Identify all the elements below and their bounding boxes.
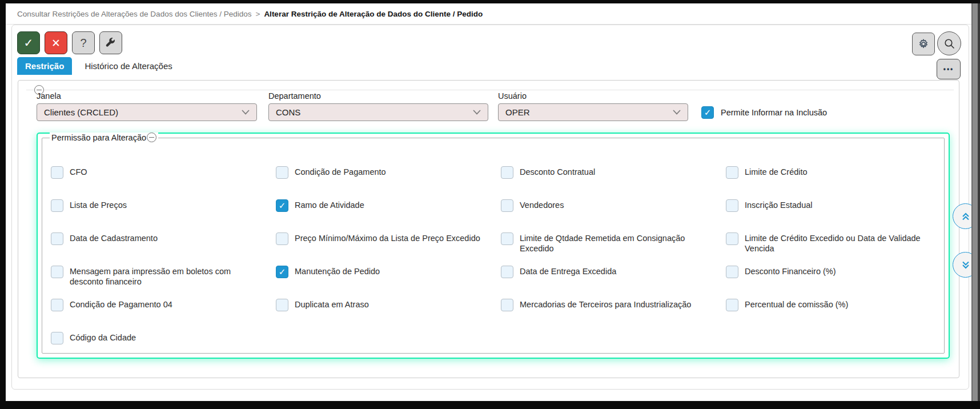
collapse-permissao-icon[interactable] (147, 133, 156, 142)
tab-historico-alteracoes[interactable]: Histórico de Alterações (77, 61, 180, 71)
search-button[interactable] (937, 31, 961, 55)
janela-value: Clientes (CRCLED) (44, 107, 118, 117)
departamento-value: CONS (276, 107, 300, 117)
permission-checkbox[interactable] (276, 166, 288, 179)
confirm-button[interactable]: ✓ (17, 31, 40, 54)
close-icon: ✕ (51, 37, 61, 50)
permission-checkbox[interactable] (501, 232, 513, 245)
janela-label: Janela (37, 91, 61, 101)
permission-label: Mercadorias de Terceiros para Industrial… (520, 299, 691, 310)
permission-checkbox[interactable] (726, 266, 738, 278)
permite-informar-checkbox[interactable]: ✓ (701, 106, 714, 119)
permission-label: Data de Entrega Excedida (520, 266, 616, 277)
permission-item: Condição de Pagamento (276, 166, 494, 199)
usuario-value: OPER (505, 107, 530, 117)
search-icon (943, 38, 955, 50)
section-divider (26, 90, 954, 90)
permission-label: Manutenção de Pedido (295, 266, 380, 277)
ellipsis-icon: ••• (943, 65, 954, 73)
check-icon: ✓ (24, 36, 34, 50)
permission-item: Limite de Qtdade Remetida em Consignação… (501, 232, 719, 266)
tools-button[interactable] (99, 31, 122, 54)
permission-label: Lista de Preços (70, 199, 127, 211)
permission-item: Mercadorias de Terceiros para Industrial… (501, 299, 719, 332)
permission-checkbox[interactable] (51, 199, 63, 212)
gear-icon (918, 38, 929, 50)
usuario-label: Usuário (498, 91, 527, 101)
permission-item: Código da Cidade (51, 332, 269, 365)
permission-checkbox[interactable] (51, 166, 63, 179)
permission-label: Condição de Pagamento (295, 166, 386, 178)
breadcrumb-separator: > (255, 10, 260, 18)
permission-label: Condição de Pagamento 04 (70, 299, 172, 310)
chevron-down-icon (242, 110, 250, 115)
tab-restricao[interactable]: Restrição (17, 57, 72, 75)
permission-checkbox[interactable]: ✓ (276, 266, 288, 278)
permission-label: Percentual de comissão (%) (745, 299, 848, 310)
question-icon: ? (80, 37, 86, 50)
permission-label: Limite de Crédito (745, 166, 808, 178)
permission-checkbox[interactable] (51, 299, 63, 311)
permission-item: Data de Cadastramento (51, 232, 269, 266)
chevron-down-icon (473, 110, 481, 115)
permission-label: Ramo de Atividade (295, 199, 364, 211)
departamento-select[interactable]: CONS (268, 103, 488, 121)
more-options-button[interactable]: ••• (937, 59, 961, 79)
permission-checkbox[interactable] (501, 299, 513, 311)
permissao-legend-text: Permissão para Alteração (51, 133, 146, 142)
permission-label: Limite de Crédito Excedido ou Data de Va… (745, 232, 921, 254)
permission-item: Percentual de comissão (%) (726, 299, 944, 332)
permission-checkbox[interactable] (501, 166, 513, 179)
permission-item: ✓Ramo de Atividade (276, 199, 494, 232)
permission-checkbox[interactable] (276, 299, 288, 311)
janela-select[interactable]: Clientes (CRCLED) (37, 103, 257, 121)
permission-item: Mensagem para impressão em boletos com d… (51, 266, 269, 299)
permissions-column-3: Desconto ContratualVendedoresLimite de Q… (501, 166, 719, 332)
permission-item: Vendedores (501, 199, 719, 232)
permission-item: Condição de Pagamento 04 (51, 299, 269, 332)
permission-item: CFO (51, 166, 269, 199)
permission-label: Código da Cidade (70, 332, 136, 343)
permission-item: Preço Mínimo/Máximo da Lista de Preço Ex… (276, 232, 494, 266)
help-button[interactable]: ? (72, 31, 95, 54)
permission-checkbox[interactable] (501, 266, 513, 278)
permission-label: Desconto Financeiro (%) (745, 266, 836, 277)
permission-checkbox[interactable] (51, 332, 63, 344)
permission-checkbox[interactable] (276, 232, 288, 245)
permissao-inner-border: Permissão para Alteração CFOLista de Pre… (42, 138, 945, 354)
vertical-scrollbar[interactable] (971, 3, 980, 401)
permission-checkbox[interactable] (726, 199, 738, 212)
permission-item: Lista de Preços (51, 199, 269, 232)
permission-label: Preço Mínimo/Máximo da Lista de Preço Ex… (295, 232, 480, 244)
chevron-down-icon (673, 110, 681, 115)
breadcrumb-parent-link[interactable]: Consultar Restrições de Alterações de Da… (17, 10, 251, 18)
permite-informar-row: ✓ Permite Informar na Inclusão (701, 106, 827, 119)
permission-item: Limite de Crédito Excedido ou Data de Va… (726, 232, 944, 266)
cancel-button[interactable]: ✕ (45, 31, 67, 54)
usuario-select[interactable]: OPER (498, 103, 688, 121)
permission-label: Duplicata em Atraso (295, 299, 369, 310)
permissao-legend: Permissão para Alteração (50, 133, 158, 142)
permission-checkbox[interactable] (501, 199, 513, 212)
permission-checkbox[interactable] (726, 299, 738, 311)
permission-item: Desconto Contratual (501, 166, 719, 199)
permission-label: Inscrição Estadual (745, 199, 812, 211)
departamento-label: Departamento (268, 91, 321, 101)
permission-item: Inscrição Estadual (726, 199, 944, 232)
double-chevron-up-icon (960, 211, 971, 222)
breadcrumb-current: Alterar Restrição de Alteração de Dados … (264, 10, 483, 18)
permission-checkbox[interactable] (726, 232, 738, 245)
permission-checkbox[interactable] (51, 232, 63, 245)
permission-label: Mensagem para impressão em boletos com d… (70, 266, 231, 287)
permission-item: Desconto Financeiro (%) (726, 266, 944, 299)
permission-item: Duplicata em Atraso (276, 299, 494, 332)
permite-informar-label: Permite Informar na Inclusão (721, 108, 827, 117)
permission-label: Desconto Contratual (520, 166, 595, 178)
permission-checkbox[interactable] (726, 166, 738, 179)
permissions-column-4: Limite de CréditoInscrição EstadualLimit… (726, 166, 944, 332)
settings-button[interactable] (912, 33, 935, 55)
permission-label: CFO (70, 166, 87, 178)
permission-checkbox[interactable]: ✓ (276, 199, 288, 212)
permissions-column-1: CFOLista de PreçosData de CadastramentoM… (51, 166, 269, 365)
permission-checkbox[interactable] (51, 266, 63, 278)
